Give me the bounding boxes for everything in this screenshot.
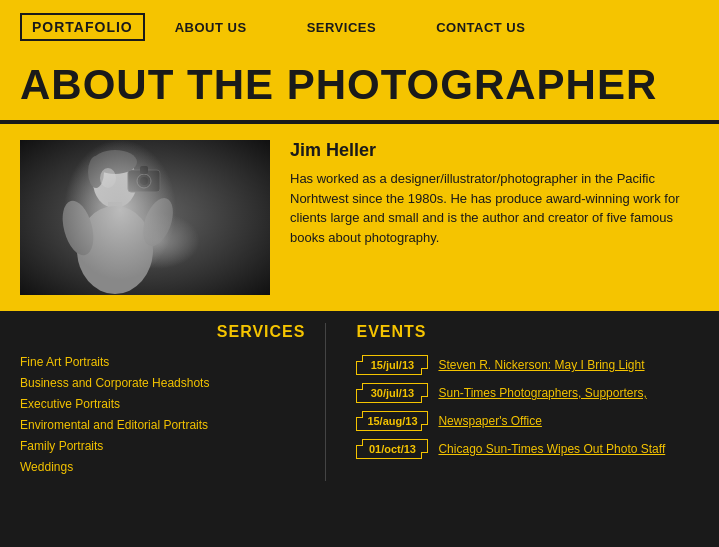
bottom-section: SERVICES Fine Art PortraitsBusiness and … (0, 311, 719, 493)
events-column: EVENTS 15/jul/13Steven R. Nickerson: May… (346, 323, 699, 481)
event-date: 01/oct/13 (356, 439, 428, 459)
event-link[interactable]: Chicago Sun-Times Wipes Out Photo Staff (438, 442, 665, 456)
photographer-name: Jim Heller (290, 140, 699, 161)
services-title: SERVICES (20, 323, 305, 341)
svg-point-1 (93, 156, 137, 208)
svg-point-3 (77, 206, 153, 294)
svg-rect-2 (108, 202, 122, 220)
service-item[interactable]: Fine Art Portraits (20, 355, 305, 369)
about-section: Jim Heller Has worked as a designer/illu… (0, 124, 719, 311)
services-list: Fine Art PortraitsBusiness and Corporate… (20, 355, 305, 474)
service-item[interactable]: Enviromental and Editorial Portraits (20, 418, 305, 432)
event-date: 15/aug/13 (356, 411, 428, 431)
event-link[interactable]: Steven R. Nickerson: May I Bring Light (438, 358, 644, 372)
nav-bar: ABOUT US SERVICES CONTACT US (175, 20, 526, 35)
service-item[interactable]: Family Portraits (20, 439, 305, 453)
event-row: 30/jul/13Sun-Times Photographers, Suppor… (356, 383, 699, 403)
about-text: Jim Heller Has worked as a designer/illu… (290, 140, 699, 295)
event-row: 15/jul/13Steven R. Nickerson: May I Brin… (356, 355, 699, 375)
photographer-silhouette (20, 140, 270, 295)
service-item[interactable]: Business and Corporate Headshots (20, 376, 305, 390)
photographer-photo (20, 140, 270, 295)
photographer-bio: Has worked as a designer/illustrator/pho… (290, 169, 699, 247)
header: PORTAFOLIO ABOUT US SERVICES CONTACT US (0, 0, 719, 54)
events-title: EVENTS (356, 323, 699, 341)
svg-point-11 (88, 156, 104, 188)
svg-point-8 (140, 177, 148, 185)
svg-point-5 (137, 194, 179, 250)
event-date: 15/jul/13 (356, 355, 428, 375)
event-row: 15/aug/13Newspaper's Office (356, 411, 699, 431)
nav-about[interactable]: ABOUT US (175, 20, 247, 35)
nav-services[interactable]: SERVICES (307, 20, 377, 35)
svg-rect-0 (20, 140, 270, 295)
event-row: 01/oct/13Chicago Sun-Times Wipes Out Pho… (356, 439, 699, 459)
page-title-section: ABOUT THE PHOTOGRAPHER (0, 54, 719, 124)
event-link[interactable]: Newspaper's Office (438, 414, 541, 428)
service-item[interactable]: Weddings (20, 460, 305, 474)
services-column: SERVICES Fine Art PortraitsBusiness and … (20, 323, 326, 481)
event-link[interactable]: Sun-Times Photographers, Supporters, (438, 386, 646, 400)
svg-rect-9 (140, 166, 148, 174)
service-item[interactable]: Executive Portraits (20, 397, 305, 411)
svg-rect-6 (128, 170, 160, 192)
nav-contact[interactable]: CONTACT US (436, 20, 525, 35)
events-list: 15/jul/13Steven R. Nickerson: May I Brin… (356, 355, 699, 459)
page-title: ABOUT THE PHOTOGRAPHER (20, 64, 699, 106)
svg-point-7 (137, 174, 151, 188)
logo[interactable]: PORTAFOLIO (20, 13, 145, 41)
svg-point-10 (93, 150, 137, 174)
svg-point-12 (100, 168, 116, 188)
event-date: 30/jul/13 (356, 383, 428, 403)
svg-point-4 (57, 197, 99, 258)
